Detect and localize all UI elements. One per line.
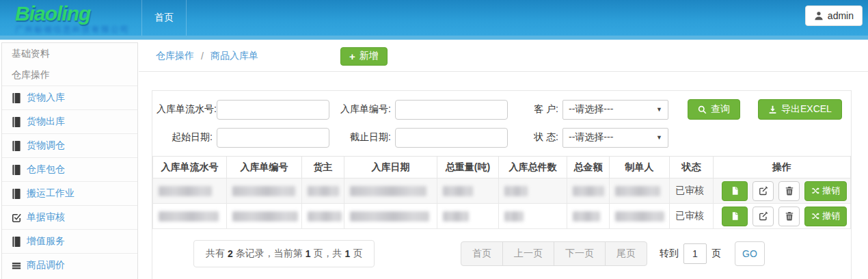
- col-maker: 制单人: [610, 157, 670, 178]
- table-row: 已审核: [153, 204, 851, 229]
- order-no-label: 入库单编号:: [340, 103, 395, 116]
- file-icon: [731, 186, 740, 196]
- filter-row-2: 起始日期: 截止日期: 状 态: --请选择--- ▼: [157, 127, 851, 148]
- list-icon: [12, 261, 21, 271]
- col-qty: 入库总件数: [499, 157, 567, 178]
- redacted-cell: [443, 186, 473, 196]
- export-excel-label: 导出EXCEL: [781, 103, 832, 116]
- download-icon: [768, 105, 777, 114]
- summary-text: 页，共: [314, 248, 342, 260]
- col-owner: 货主: [302, 157, 344, 178]
- redacted-cell: [443, 211, 469, 222]
- total-pages: 1: [345, 248, 351, 259]
- serial-input[interactable]: [217, 100, 329, 120]
- breadcrumb: 仓库操作 / 商品入库单 + 新增: [139, 41, 868, 72]
- breadcrumb-separator: /: [201, 51, 204, 62]
- first-page-button[interactable]: 首页: [461, 241, 503, 266]
- sidebar-item-goods-inbound[interactable]: 货物入库: [2, 85, 137, 109]
- revoke-label: 撤销: [822, 185, 840, 197]
- add-button[interactable]: + 新增: [340, 47, 388, 66]
- sidebar-section-warehouse-ops[interactable]: 仓库操作: [2, 64, 137, 85]
- revoke-button[interactable]: 撤销: [804, 181, 847, 201]
- sidebar-item-document-audit[interactable]: 单据审核: [2, 205, 137, 229]
- user-name: admin: [828, 10, 854, 21]
- redacted-cell: [350, 186, 426, 196]
- goto-page: 转到 页: [660, 243, 721, 264]
- sidebar-item-label: 货物调仓: [27, 140, 65, 152]
- filter-row-1: 入库单流水号: 入库单编号: 客 户: --请选择--- ▼ 查询 导出EXCE…: [157, 99, 851, 120]
- edit-icon: [759, 211, 768, 221]
- revoke-button[interactable]: 撤销: [804, 207, 847, 226]
- record-summary: 共有 2 条记录，当前第 1 页，共 1 页: [193, 240, 375, 267]
- shuffle-icon: [811, 212, 820, 220]
- delete-button[interactable]: [778, 207, 800, 226]
- record-count: 2: [228, 248, 233, 259]
- status-select[interactable]: --请选择--- ▼: [562, 128, 668, 148]
- col-order-no: 入库单编号: [227, 157, 302, 178]
- breadcrumb-inbound-order[interactable]: 商品入库单: [211, 50, 258, 62]
- trash-icon: [785, 211, 794, 221]
- prev-page-button[interactable]: 上一页: [502, 241, 554, 266]
- revoke-label: 撤销: [822, 210, 840, 222]
- check-square-icon: [12, 213, 21, 223]
- col-date: 入库日期: [344, 157, 437, 178]
- start-date-input[interactable]: [217, 128, 329, 148]
- top-bar: Biaoling 广州标领信息科技有限公司 首页 admin: [0, 0, 868, 36]
- sidebar-item-value-added-services[interactable]: 增值服务: [2, 229, 137, 253]
- view-button[interactable]: [722, 181, 748, 201]
- sidebar-item-product-repricing[interactable]: 商品调价: [2, 253, 137, 277]
- sidebar-section-basic-data[interactable]: 基础资料: [2, 43, 137, 64]
- edit-button[interactable]: [752, 207, 774, 226]
- book-icon: [12, 237, 21, 247]
- add-button-label: 新增: [360, 50, 379, 62]
- breadcrumb-warehouse-ops[interactable]: 仓库操作: [156, 50, 194, 62]
- export-excel-button[interactable]: 导出EXCEL: [758, 99, 842, 120]
- summary-text: 条记录，当前第: [236, 248, 303, 260]
- customer-select[interactable]: --请选择--- ▼: [562, 100, 668, 120]
- go-button[interactable]: GO: [735, 241, 765, 266]
- view-button[interactable]: [722, 207, 748, 226]
- col-amount: 总金额: [567, 157, 610, 178]
- last-page-button[interactable]: 尾页: [605, 241, 647, 266]
- customer-select-value: --请选择---: [569, 103, 613, 116]
- search-button[interactable]: 查询: [688, 99, 740, 120]
- order-no-input[interactable]: [395, 100, 508, 120]
- next-page-button[interactable]: 下一页: [554, 241, 606, 266]
- sidebar-item-label: 商品调价: [27, 259, 65, 271]
- sidebar-item-goods-outbound[interactable]: 货物出库: [2, 109, 137, 133]
- summary-text: 共有: [206, 248, 225, 260]
- top-nav: 首页: [141, 0, 187, 36]
- col-weight: 总重量(吨): [437, 157, 499, 178]
- status-label: 状 态:: [516, 131, 562, 144]
- sidebar-item-warehouse-package[interactable]: 仓库包仓: [2, 157, 137, 181]
- sidebar: 基础资料 仓库操作 货物入库 货物出库 货物调仓 仓库包仓 搬运工作业 单据审核: [1, 42, 138, 279]
- end-date-input[interactable]: [395, 128, 508, 148]
- person-icon: [814, 11, 824, 21]
- redacted-cell: [615, 211, 664, 222]
- user-menu-button[interactable]: admin: [805, 5, 863, 26]
- row-actions: 撤销: [714, 207, 850, 226]
- summary-text: 页: [353, 248, 362, 260]
- trash-icon: [785, 186, 794, 196]
- nav-home[interactable]: 首页: [141, 0, 187, 36]
- caret-down-icon: ▼: [656, 134, 662, 141]
- col-status: 状态: [670, 157, 714, 178]
- sidebar-item-goods-transfer[interactable]: 货物调仓: [2, 133, 137, 157]
- header-accent-strip: [0, 36, 868, 40]
- sidebar-item-label: 单据审核: [27, 211, 65, 224]
- delete-button[interactable]: [778, 181, 800, 201]
- table-row: 已审核: [153, 178, 851, 204]
- status-value: 已审核: [670, 204, 714, 229]
- sidebar-item-porter-operations[interactable]: 搬运工作业: [2, 181, 137, 205]
- goto-page-input[interactable]: [683, 243, 707, 264]
- col-actions: 操作: [714, 157, 851, 178]
- caret-down-icon: ▼: [656, 106, 662, 113]
- redacted-cell: [308, 186, 339, 196]
- shuffle-icon: [811, 187, 820, 195]
- current-page: 1: [306, 248, 311, 259]
- edit-button[interactable]: [752, 181, 774, 201]
- book-icon: [12, 165, 21, 175]
- redacted-cell: [615, 186, 660, 196]
- redacted-cell: [159, 186, 212, 196]
- status-value: 已审核: [670, 178, 714, 204]
